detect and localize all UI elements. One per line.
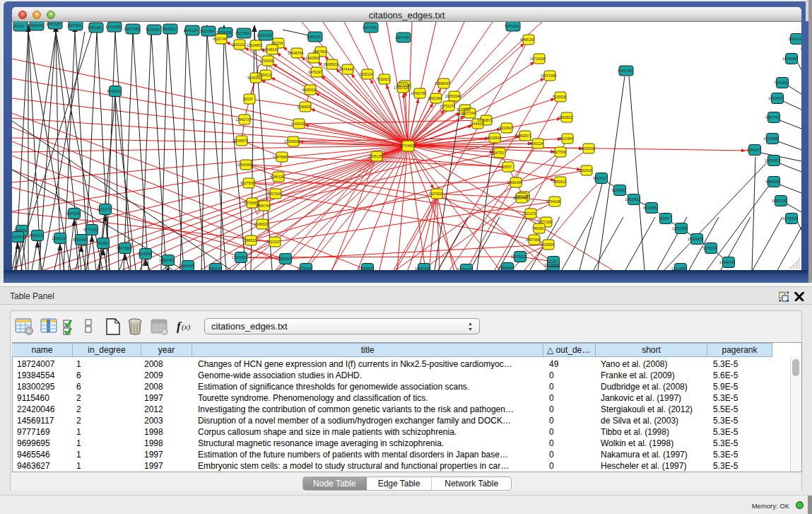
svg-text:10653287: 10653287 [46,22,61,26]
svg-text:10958167: 10958167 [435,81,450,86]
svg-text:40557: 40557 [502,165,512,169]
svg-text:1733426: 1733426 [259,59,273,63]
svg-text:18654923: 18654923 [765,158,780,163]
svg-text:20691406: 20691406 [507,180,522,185]
svg-text:10543362: 10543362 [257,33,272,37]
svg-text:39157: 39157 [243,97,253,101]
svg-text:10975887: 10975887 [273,155,288,159]
svg-text:10973493: 10973493 [232,255,247,259]
svg-text:9327505: 9327505 [363,25,377,30]
svg-text:18807249: 18807249 [772,199,787,203]
svg-text:3498222: 3498222 [788,37,801,41]
svg-text:1145193: 1145193 [290,122,304,126]
svg-text:9245052: 9245052 [247,76,261,80]
svg-text:6794028: 6794028 [66,211,80,216]
svg-text:8990448: 8990448 [513,196,527,200]
svg-text:9474444: 9474444 [339,67,353,71]
svg-text:7663822: 7663822 [162,27,176,31]
svg-text:7485063: 7485063 [277,257,291,261]
svg-text:10719185: 10719185 [530,57,546,61]
svg-text:1615132: 1615132 [231,42,245,47]
svg-text:9115460: 9115460 [611,188,625,192]
svg-text:8912954: 8912954 [559,136,573,141]
svg-text:7632621: 7632621 [376,77,390,81]
svg-text:1621072: 1621072 [97,207,111,211]
svg-text:4435001: 4435001 [302,88,316,92]
svg-text:1527602: 1527602 [428,192,442,196]
svg-text:12353584: 12353584 [672,226,688,230]
svg-text:19166825: 19166825 [688,237,703,241]
svg-text:7955812: 7955812 [29,233,43,238]
svg-text:6497568: 6497568 [117,246,131,250]
svg-text:1562615: 1562615 [52,236,66,240]
svg-text:20364436: 20364436 [179,264,194,268]
svg-text:2687682: 2687682 [312,49,326,54]
svg-text:9327509: 9327509 [552,150,566,154]
svg-text:17016504: 17016504 [486,136,501,140]
svg-text:15692971: 15692971 [516,134,531,138]
svg-text:16210647: 16210647 [498,126,513,130]
svg-text:13524851: 13524851 [247,43,262,47]
svg-text:1527602: 1527602 [67,23,81,28]
svg-text:6120746: 6120746 [213,37,227,41]
svg-text:17359938: 17359938 [284,139,300,144]
svg-text:2935114: 2935114 [359,72,372,76]
svg-text:20053346: 20053346 [445,94,461,98]
svg-text:16971385: 16971385 [541,74,556,78]
svg-text:9777169: 9777169 [83,228,98,232]
svg-text:13226058: 13226058 [579,146,595,151]
svg-text:1621072: 1621072 [522,211,536,216]
svg-text:8454749: 8454749 [256,204,270,208]
svg-text:5322037: 5322037 [266,240,281,244]
svg-text:7955812: 7955812 [552,180,566,184]
svg-text:12975125: 12975125 [511,255,526,259]
svg-text:9327509: 9327509 [235,31,249,35]
svg-text:9327505: 9327505 [240,181,254,185]
svg-text:17957225: 17957225 [394,86,409,90]
svg-text:19756928: 19756928 [782,216,798,221]
svg-text:10025433: 10025433 [625,197,640,201]
svg-text:6466160: 6466160 [520,37,534,42]
svg-text:16046798: 16046798 [719,260,735,264]
svg-text:3624554: 3624554 [137,252,151,256]
svg-text:13226058: 13226058 [216,30,232,35]
svg-text:2505135: 2505135 [368,154,382,158]
svg-text:16099489: 16099489 [782,57,798,61]
svg-text:1588520: 1588520 [13,228,28,233]
svg-text:5875685: 5875685 [505,24,519,28]
svg-text:7515526: 7515526 [146,28,160,32]
svg-text:1292346: 1292346 [428,96,442,100]
svg-text:18724007: 18724007 [399,144,415,148]
svg-text:3624554: 3624554 [540,243,554,247]
svg-text:12942737: 12942737 [235,117,251,122]
svg-text:8938923: 8938923 [324,62,338,66]
svg-text:8990448: 8990448 [73,238,87,242]
svg-text:15716485: 15716485 [763,136,779,141]
svg-text:8660124: 8660124 [529,141,543,146]
svg-text:1244415: 1244415 [469,122,483,126]
svg-text:10543362: 10543362 [237,163,252,167]
svg-text:1440953: 1440953 [305,56,319,60]
svg-text:8186328: 8186328 [270,175,284,179]
svg-text:62160: 62160 [547,259,557,264]
svg-text:7663822: 7663822 [558,115,572,119]
svg-text:7515526: 7515526 [552,95,566,99]
svg-text:746266: 746266 [96,241,108,245]
svg-text:116753: 116753 [493,151,505,155]
svg-text:40557: 40557 [14,24,24,28]
svg-text:9457791: 9457791 [765,115,779,119]
svg-text:1562615: 1562615 [578,168,592,173]
svg-text:746266: 746266 [532,226,544,230]
svg-text:1588520: 1588520 [242,238,257,243]
svg-text:252234: 252234 [271,41,283,45]
svg-text:2367608: 2367608 [395,35,409,40]
svg-text:16971385: 16971385 [124,27,139,31]
svg-text:20206576: 20206576 [233,139,248,143]
svg-text:16914479: 16914479 [768,96,784,100]
svg-text:2367608: 2367608 [267,192,281,196]
svg-text:5322037: 5322037 [12,235,23,239]
svg-text:6794028: 6794028 [546,199,560,204]
svg-text:8912954: 8912954 [200,29,214,33]
svg-text:9777169: 9777169 [538,220,552,224]
svg-text:9463627: 9463627 [593,176,607,180]
